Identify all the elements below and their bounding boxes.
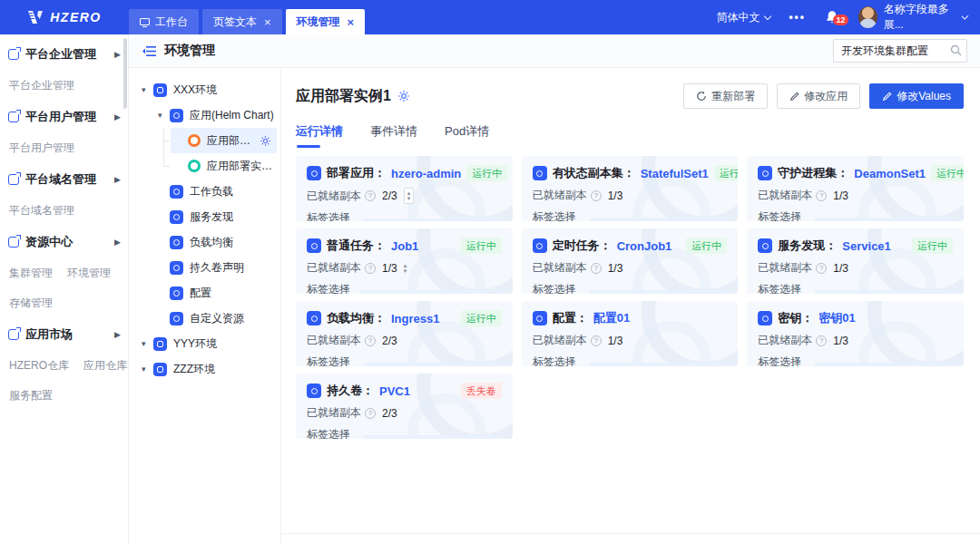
modify-values-button[interactable]: 修改Values bbox=[869, 83, 964, 109]
resource-name-link[interactable]: DeamonSet1 bbox=[854, 167, 926, 180]
sidebar-item[interactable]: HZERO仓库 bbox=[9, 351, 69, 381]
sidebar-item[interactable]: 平台域名管理 bbox=[9, 196, 74, 226]
selector-tag[interactable]: app.kubernetes.io/instance=ng bbox=[590, 218, 728, 222]
detail-tab[interactable]: Pod详情 bbox=[445, 123, 489, 148]
replicas-value: 1/3 bbox=[608, 189, 623, 202]
notifications-button[interactable]: 12 bbox=[824, 9, 840, 25]
tree-item[interactable]: ▾应用(Helm Chart) bbox=[132, 102, 277, 128]
selector-tag[interactable]: app.kubernetes.io/instance=ng bbox=[364, 363, 502, 367]
resource-icon bbox=[758, 238, 772, 253]
sidebar-group-header[interactable]: 资源中心▶ bbox=[0, 226, 128, 258]
ingress-icon bbox=[170, 236, 183, 249]
resource-name-link[interactable]: StatefulSet1 bbox=[641, 167, 709, 180]
service-icon bbox=[170, 210, 183, 224]
language-selector[interactable]: 简体中文 bbox=[716, 10, 770, 25]
tree-settings-gear-icon[interactable] bbox=[260, 135, 271, 147]
replicas-stepper[interactable]: ▴▾ bbox=[404, 188, 415, 204]
menu-icon bbox=[8, 237, 19, 248]
tree-item[interactable]: 服务发现 bbox=[132, 204, 277, 229]
resource-name-link[interactable]: hzero-admin bbox=[391, 167, 461, 180]
tree-item[interactable]: ▾XXX环境 bbox=[132, 77, 277, 102]
help-icon[interactable]: ? bbox=[365, 408, 376, 419]
resource-name-link[interactable]: Service1 bbox=[842, 239, 891, 253]
close-icon[interactable]: × bbox=[264, 15, 271, 29]
resource-name-link[interactable]: Ingress1 bbox=[391, 312, 439, 325]
stepper-down-icon[interactable]: ▾ bbox=[407, 196, 411, 201]
sidebar-item[interactable]: 服务配置 bbox=[9, 381, 53, 411]
user-menu[interactable]: 名称字段最多展... bbox=[858, 2, 967, 33]
resource-name-link[interactable]: 配置01 bbox=[593, 310, 630, 326]
search-icon[interactable] bbox=[950, 44, 962, 56]
tree-item-label: ZZZ环境 bbox=[173, 362, 215, 377]
sidebar-group-header[interactable]: 平台域名管理▶ bbox=[0, 163, 128, 196]
search-box bbox=[833, 39, 967, 63]
action-button[interactable]: 重新部署 bbox=[683, 83, 768, 109]
caret-down-icon[interactable]: ▾ bbox=[158, 111, 170, 120]
resource-name-link[interactable]: Job1 bbox=[391, 239, 418, 253]
selector-tag[interactable]: app.kubernetes.io/instance=ng bbox=[590, 363, 728, 367]
help-icon[interactable]: ? bbox=[591, 190, 602, 201]
top-tab[interactable]: 工作台 bbox=[129, 9, 199, 34]
sidebar-group-header[interactable]: 应用市场▶ bbox=[0, 318, 128, 351]
help-icon[interactable]: ? bbox=[365, 190, 376, 201]
more-menu[interactable]: ••• bbox=[789, 11, 806, 24]
tree-item[interactable]: 工作负载 bbox=[132, 179, 277, 204]
tree-item[interactable]: 应用部署实例1 bbox=[132, 128, 277, 153]
tree-item[interactable]: ▾YYY环境 bbox=[132, 331, 277, 356]
help-icon[interactable]: ? bbox=[365, 335, 376, 346]
sidebar-item[interactable]: 平台企业管理 bbox=[9, 71, 74, 101]
selector-tag[interactable]: app.kubernetes.io/instance=ng bbox=[364, 435, 502, 440]
chevron-down-icon[interactable] bbox=[495, 292, 503, 294]
resource-name-link[interactable]: CronJob1 bbox=[617, 239, 672, 253]
help-icon[interactable]: ? bbox=[816, 263, 827, 274]
stepper-down-icon[interactable]: ▾ bbox=[404, 268, 407, 274]
sidebar-item[interactable]: 存储管理 bbox=[9, 288, 53, 318]
selector-tag[interactable]: app.kubernetes.io/instance=ng bbox=[364, 219, 502, 222]
instance-settings-gear-icon[interactable] bbox=[397, 90, 410, 102]
sidebar-item[interactable]: 平台用户管理 bbox=[9, 133, 74, 163]
sidebar-group-header[interactable]: 平台企业管理▶ bbox=[0, 38, 128, 71]
collapse-menu-icon[interactable] bbox=[142, 45, 156, 57]
sidebar-group-children: 平台用户管理 bbox=[0, 133, 128, 163]
caret-down-icon[interactable]: ▾ bbox=[142, 85, 153, 94]
selector-tag[interactable]: app.kubernetes.io/instance=ng bbox=[360, 290, 489, 295]
tree-item[interactable]: 持久卷声明 bbox=[132, 255, 277, 280]
help-icon[interactable]: ? bbox=[591, 263, 602, 274]
selector-tag[interactable]: app.kubernetes.io/instance=ng bbox=[815, 290, 953, 295]
search-input[interactable] bbox=[833, 39, 967, 63]
sidebar-scrollbar[interactable] bbox=[123, 38, 127, 109]
sidebar-group-label: 资源中心 bbox=[25, 234, 73, 250]
help-icon[interactable]: ? bbox=[816, 335, 827, 346]
top-tab-label: 页签文本 bbox=[213, 15, 257, 30]
detail-tab[interactable]: 事件详情 bbox=[370, 123, 417, 148]
resource-card: 普通任务：Job1运行中已就绪副本?1/3▴▾标签选择器app.kubernet… bbox=[296, 228, 513, 294]
caret-down-icon[interactable]: ▾ bbox=[142, 339, 153, 348]
sidebar-item[interactable]: 环境管理 bbox=[67, 258, 111, 288]
selector-tag[interactable]: app.kubernetes.io/instance=ng bbox=[815, 363, 953, 367]
tree-item[interactable]: 自定义资源 bbox=[132, 306, 277, 331]
right-region: 环境管理 ▾XXX环境▾应用(Helm Chart)应用部署实例1应用部署实例1… bbox=[129, 34, 980, 544]
app-logo[interactable]: HZERO bbox=[0, 0, 129, 34]
tree-item[interactable]: 应用部署实例1 bbox=[132, 153, 277, 179]
sidebar-item[interactable]: 应用仓库 bbox=[83, 351, 127, 381]
replicas-stepper[interactable]: ▴▾ bbox=[404, 263, 407, 274]
detail-tab[interactable]: 运行详情 bbox=[296, 123, 343, 148]
tree-item[interactable]: 配置 bbox=[132, 280, 277, 306]
tree-item[interactable]: 负载均衡 bbox=[132, 229, 277, 255]
help-icon[interactable]: ? bbox=[816, 190, 827, 201]
caret-down-icon[interactable]: ▾ bbox=[142, 364, 153, 374]
resource-name-link[interactable]: 密钥01 bbox=[818, 310, 855, 326]
action-button[interactable]: 修改应用 bbox=[777, 83, 860, 109]
selector-tag[interactable]: app.kubernetes.io/instance=ng bbox=[815, 218, 953, 222]
tree-item[interactable]: ▾ZZZ环境 bbox=[132, 356, 277, 382]
help-icon[interactable]: ? bbox=[591, 335, 602, 346]
resource-name-link[interactable]: PVC1 bbox=[379, 384, 410, 398]
resource-icon bbox=[533, 238, 547, 253]
close-icon[interactable]: × bbox=[348, 15, 355, 29]
sidebar-item[interactable]: 集群管理 bbox=[9, 258, 53, 288]
help-icon[interactable]: ? bbox=[365, 263, 376, 274]
top-tab[interactable]: 环境管理× bbox=[286, 9, 366, 34]
selector-tag[interactable]: app.kubernetes.io/instance=ng bbox=[590, 290, 728, 295]
sidebar-group-header[interactable]: 平台用户管理▶ bbox=[0, 101, 128, 133]
top-tab[interactable]: 页签文本× bbox=[202, 9, 282, 34]
